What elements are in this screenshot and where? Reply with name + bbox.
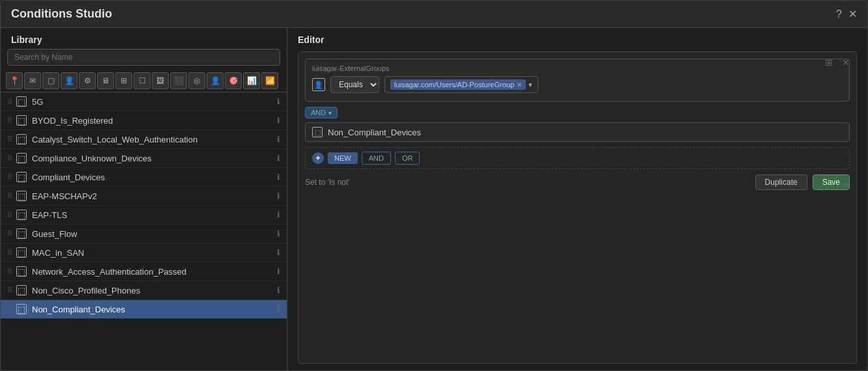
info-icon[interactable]: ℹ — [277, 154, 280, 163]
drag-handle-icon: ⠿ — [7, 211, 12, 219]
editor-footer: Set to 'Is not' Duplicate Save — [305, 174, 850, 190]
drag-handle-icon: ⠿ — [7, 173, 12, 182]
filter-location-icon[interactable]: 📍 — [6, 72, 23, 89]
filter-gear-icon[interactable]: ⚙ — [79, 72, 96, 89]
item-type-icon: ⬚ — [16, 134, 27, 144]
modal-header: Conditions Studio ? ✕ — [1, 1, 867, 28]
list-item[interactable]: ⠿ ⬚ Network_Access_Authentication_Passed… — [1, 262, 287, 281]
info-icon[interactable]: ℹ — [277, 210, 280, 219]
set-to-text: Set to 'Is not' — [305, 178, 350, 187]
item-label: Non_Cisco_Profiled_Phones — [32, 286, 273, 295]
info-icon[interactable]: ℹ — [277, 267, 280, 276]
item-type-icon: ⬚ — [16, 285, 27, 295]
chip-remove-icon[interactable]: ✕ — [517, 81, 522, 89]
and-label: AND ▾ — [305, 107, 338, 118]
filter-box-icon[interactable]: ☐ — [134, 72, 151, 89]
non-compliant-label: Non_Compliant_Devices — [328, 128, 421, 137]
drag-handle-icon: ⠿ — [7, 268, 12, 276]
list-item[interactable]: ⠿ ⬚ Guest_Flow ℹ — [1, 225, 287, 243]
filter-bar-icon[interactable]: 📊 — [243, 72, 260, 89]
new-button[interactable]: NEW — [328, 152, 358, 164]
non-compliant-block: ⬚ Non_Compliant_Devices — [305, 122, 850, 142]
list-container: ⠿ ⬚ 5G ℹ ⠿ ⬚ BYOD_Is_Registered ℹ ⠿ ⬚ Ca… — [1, 92, 287, 370]
condition-row: 👤 Equals luisagar.com/Users/AD-PostureGr… — [312, 76, 843, 93]
drag-handle-icon: ⠿ — [7, 249, 12, 257]
expand-arrow-icon[interactable]: ▾ — [528, 81, 532, 89]
info-icon[interactable]: ℹ — [277, 172, 280, 182]
list-item[interactable]: ⠿ ⬚ MAC_in_SAN ℹ — [1, 243, 287, 262]
filter-mail-icon[interactable]: ✉ — [24, 72, 41, 89]
list-item[interactable]: ⠿ ⬚ BYOD_Is_Registered ℹ — [1, 111, 287, 130]
value-chip-area[interactable]: luisagar.com/Users/AD-PostureGroup ✕ ▾ — [384, 76, 538, 93]
item-label: Catalyst_Switch_Local_Web_Authentication — [32, 135, 273, 144]
editor-title: Editor — [298, 34, 857, 45]
item-label: EAP-MSCHAPv2 — [32, 191, 273, 201]
drag-handle-icon: ⠿ — [7, 230, 12, 238]
and-arrow-icon[interactable]: ▾ — [328, 109, 332, 117]
filter-person-icon[interactable]: 👤 — [207, 72, 224, 89]
icon-toolbar: 📍 ✉ ▢ 👤 ⚙ 🖥 ⊞ ☐ 🖼 ⬛ ◎ 👤 🎯 📊 📶 — [1, 70, 287, 92]
filter-grid-icon[interactable]: ⊞ — [115, 72, 132, 89]
duplicate-button[interactable]: Duplicate — [755, 174, 807, 190]
item-label: 5G — [32, 97, 273, 107]
info-icon[interactable]: ℹ — [277, 248, 280, 257]
editor-settings-icon[interactable]: ⊞ — [825, 57, 833, 68]
modal-header-icons: ? ✕ — [836, 8, 857, 20]
user-condition-icon: 👤 — [312, 78, 325, 91]
info-icon[interactable]: ℹ — [277, 229, 280, 238]
list-item[interactable]: ⠿ ⬚ EAP-TLS ℹ — [1, 206, 287, 225]
item-type-icon: ⬚ — [16, 228, 27, 239]
drag-handle-icon: ⠿ — [7, 192, 12, 200]
add-sub-condition-button[interactable]: + — [312, 152, 324, 164]
list-item[interactable]: ⠿ ⬚ EAP-MSCHAPv2 ℹ — [1, 187, 287, 206]
info-icon[interactable]: ℹ — [277, 191, 280, 200]
filter-circle-icon[interactable]: ◎ — [188, 72, 205, 89]
info-icon[interactable]: ℹ — [277, 116, 280, 125]
info-icon[interactable]: ℹ — [277, 305, 280, 314]
modal-body: Library 📍 ✉ ▢ 👤 ⚙ 🖥 ⊞ ☐ 🖼 ⬛ ◎ 👤 🎯 📊 📶 — [1, 28, 867, 370]
sub-condition-row: + NEW AND OR — [312, 152, 843, 165]
filter-square-icon[interactable]: ▢ — [42, 72, 59, 89]
close-icon[interactable]: ✕ — [848, 8, 857, 20]
drag-handle-icon: ⠿ — [7, 286, 12, 295]
or-button[interactable]: OR — [395, 152, 420, 165]
item-type-icon: ⬚ — [16, 96, 27, 107]
list-item[interactable]: ⠿ ⬚ Catalyst_Switch_Local_Web_Authentica… — [1, 130, 287, 149]
nc-icon: ⬚ — [312, 127, 323, 137]
filter-target-icon[interactable]: 🎯 — [225, 72, 242, 89]
drag-handle-icon: ⠿ — [7, 135, 12, 144]
item-label: Compliant_Devices — [32, 172, 273, 182]
item-label: BYOD_Is_Registered — [32, 116, 273, 126]
list-item[interactable]: ⠿ ⬚ Compliant_Devices ℹ — [1, 168, 287, 187]
filter-wave-icon[interactable]: 📶 — [261, 72, 278, 89]
item-type-icon: ⬚ — [16, 172, 27, 182]
filter-block-icon[interactable]: ⬛ — [170, 72, 187, 89]
value-chip: luisagar.com/Users/AD-PostureGroup ✕ — [390, 79, 526, 90]
info-icon[interactable]: ℹ — [277, 97, 280, 106]
editor-close-icon[interactable]: ✕ — [842, 57, 850, 68]
item-type-icon: ⬚ — [16, 266, 27, 277]
sub-condition-area: + NEW AND OR — [305, 147, 850, 169]
filter-monitor-icon[interactable]: 🖥 — [97, 72, 114, 89]
editor-content: ⊞ ✕ luisagar-ExternalGroups 👤 Equals — [298, 51, 857, 364]
item-label: Network_Access_Authentication_Passed — [32, 267, 273, 277]
second-block-settings-icon[interactable]: ✕ — [842, 180, 850, 190]
search-input[interactable] — [7, 49, 280, 66]
filter-image-icon[interactable]: 🖼 — [152, 72, 169, 89]
item-type-icon: ⬚ — [16, 191, 27, 201]
list-item[interactable]: ⠿ ⬚ 5G ℹ — [1, 92, 287, 111]
condition-block: luisagar-ExternalGroups 👤 Equals luisaga… — [305, 59, 850, 102]
info-icon[interactable]: ℹ — [277, 135, 280, 144]
list-item[interactable]: ⠿ ⬚ Non_Compliant_Devices ℹ — [1, 300, 287, 319]
equals-select[interactable]: Equals — [330, 76, 379, 93]
info-icon[interactable]: ℹ — [277, 286, 280, 295]
drag-handle-icon: ⠿ — [7, 154, 12, 163]
filter-user-icon[interactable]: 👤 — [61, 72, 78, 89]
list-item[interactable]: ⠿ ⬚ Non_Cisco_Profiled_Phones ℹ — [1, 281, 287, 300]
footer-buttons: Duplicate Save — [755, 174, 850, 190]
item-type-icon: ⬚ — [16, 115, 27, 126]
help-icon[interactable]: ? — [836, 8, 842, 20]
and-button[interactable]: AND — [362, 152, 391, 165]
list-item[interactable]: ⠿ ⬚ Compliance_Unknown_Devices ℹ — [1, 149, 287, 168]
item-type-icon: ⬚ — [16, 210, 27, 220]
